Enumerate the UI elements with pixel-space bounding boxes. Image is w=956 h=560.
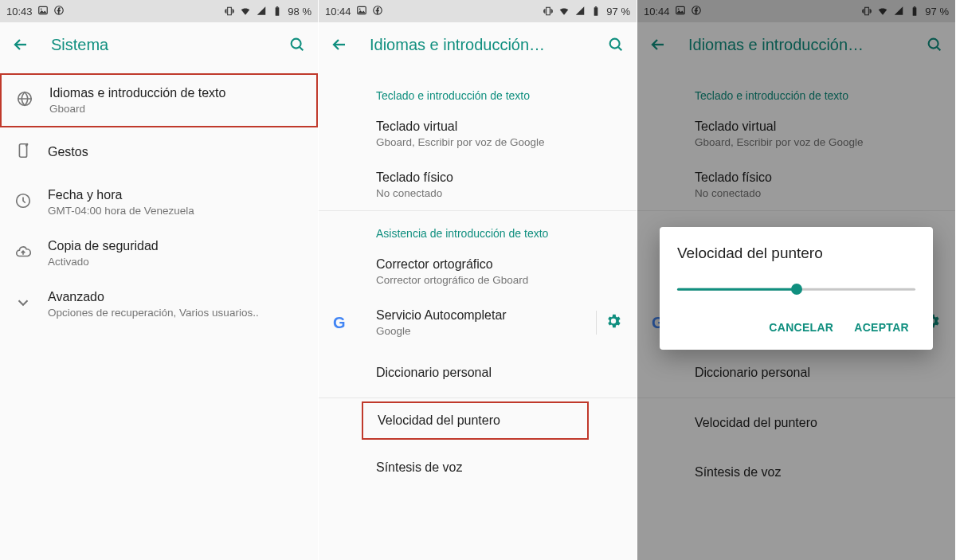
vibrate-icon (543, 6, 554, 17)
panel-3-dialog: 10:44 97 % Idiomas e introducción… Tecla… (637, 0, 956, 560)
pointer-speed-slider[interactable] (677, 281, 915, 297)
section-assist: Asistencia de introducción de texto (319, 211, 637, 246)
item-title: Velocidad del puntero (378, 413, 573, 428)
notification-image-icon (356, 5, 367, 18)
battery-icon (272, 6, 283, 17)
item-subtitle: Gboard, Escribir por voz de Google (376, 136, 622, 148)
item-pointer-speed[interactable]: Velocidad del puntero (362, 401, 589, 440)
page-title: Idiomas e introducción… (370, 36, 605, 54)
svg-point-15 (610, 39, 620, 49)
item-subtitle: Corrector ortográfico de Gboard (376, 274, 622, 286)
notification-image-icon (37, 5, 49, 18)
battery-percent: 98 % (288, 6, 311, 18)
app-bar: Idiomas e introducción… (319, 22, 637, 67)
status-time: 10:44 (325, 6, 351, 18)
cloud-backup-icon (14, 243, 32, 264)
item-title: Síntesis de voz (376, 460, 622, 475)
slider-thumb[interactable] (791, 284, 802, 295)
accept-button[interactable]: ACEPTAR (848, 313, 915, 342)
item-date-time[interactable]: Fecha y hora GMT-04:00 hora de Venezuela (0, 177, 318, 228)
item-virtual-keyboard[interactable]: Teclado virtual Gboard, Escribir por voz… (319, 108, 637, 159)
item-autofill-service[interactable]: G Servicio Autocompletar Google (319, 297, 637, 348)
item-title: Gestos (48, 145, 304, 159)
item-title: Teclado virtual (376, 119, 622, 134)
app-bar: Sistema (0, 22, 318, 67)
item-title: Servicio Autocompletar (376, 308, 588, 323)
wifi-icon (558, 6, 570, 17)
clock-icon (14, 192, 32, 213)
item-subtitle: Google (376, 325, 588, 337)
notification-facebook-icon (53, 5, 65, 18)
dialog-title: Velocidad del puntero (677, 245, 915, 262)
search-button[interactable] (605, 33, 627, 56)
item-subtitle: Opciones de recuperación, Varios usuario… (48, 307, 304, 319)
item-backup[interactable]: Copia de seguridad Activado (0, 228, 318, 279)
svg-point-1 (40, 8, 41, 10)
battery-icon (590, 6, 601, 17)
item-tts[interactable]: Síntesis de voz (319, 443, 637, 492)
svg-point-11 (358, 8, 360, 10)
item-title: Corrector ortográfico (376, 257, 622, 272)
page-title: Sistema (51, 36, 286, 54)
item-subtitle: No conectado (376, 187, 622, 199)
slider-fill (677, 288, 797, 291)
status-bar: 10:43 98 % (0, 0, 318, 22)
battery-percent: 97 % (606, 6, 630, 18)
status-bar: 10:44 97 % (319, 0, 637, 22)
signal-icon (256, 6, 267, 17)
item-title: Teclado físico (376, 170, 622, 185)
item-title: Idiomas e introducción de texto (49, 86, 302, 100)
cancel-button[interactable]: CANCELAR (762, 313, 840, 342)
gesture-icon (14, 142, 32, 163)
notification-facebook-icon (372, 5, 383, 18)
item-subtitle: Gboard (49, 103, 302, 115)
item-spell-checker[interactable]: Corrector ortográfico Corrector ortográf… (319, 246, 637, 297)
separator (596, 311, 597, 335)
panel-2-idiomas: 10:44 97 % Idiomas e introducción… Tecla… (319, 0, 637, 560)
item-title: Fecha y hora (48, 188, 304, 202)
gear-icon[interactable] (605, 312, 622, 333)
item-title: Diccionario personal (376, 366, 622, 380)
item-subtitle: GMT-04:00 hora de Venezuela (48, 205, 304, 217)
svg-rect-13 (594, 7, 598, 15)
item-title: Avanzado (48, 290, 304, 304)
item-gestures[interactable]: Gestos (0, 127, 318, 177)
status-time: 10:43 (6, 6, 33, 18)
item-personal-dictionary[interactable]: Diccionario personal (319, 348, 637, 397)
svg-rect-14 (595, 6, 597, 7)
item-physical-keyboard[interactable]: Teclado físico No conectado (319, 159, 637, 210)
item-advanced[interactable]: Avanzado Opciones de recuperación, Vario… (0, 279, 318, 330)
wifi-icon (240, 6, 251, 17)
svg-point-8 (26, 145, 27, 146)
svg-rect-3 (276, 7, 280, 15)
signal-icon (574, 6, 586, 17)
panel-1-sistema: 10:43 98 % Sistema (0, 0, 319, 560)
item-subtitle: Activado (48, 256, 304, 268)
settings-list: Idiomas e introducción de texto Gboard G… (0, 67, 318, 330)
section-keyboard: Teclado e introducción de texto (319, 73, 637, 108)
settings-list: Teclado e introducción de texto Teclado … (319, 67, 637, 492)
chevron-down-icon (14, 294, 32, 315)
back-button[interactable] (328, 33, 351, 56)
globe-icon (16, 90, 33, 111)
svg-point-5 (292, 39, 301, 49)
pointer-speed-dialog: Velocidad del puntero CANCELAR ACEPTAR (660, 227, 933, 350)
item-languages-input[interactable]: Idiomas e introducción de texto Gboard (0, 73, 318, 127)
back-button[interactable] (10, 33, 32, 56)
svg-rect-4 (276, 6, 278, 7)
google-logo-icon: G (333, 314, 346, 332)
search-button[interactable] (286, 33, 308, 56)
vibrate-icon (224, 6, 235, 17)
divider (319, 397, 637, 398)
item-title: Copia de seguridad (48, 239, 304, 253)
